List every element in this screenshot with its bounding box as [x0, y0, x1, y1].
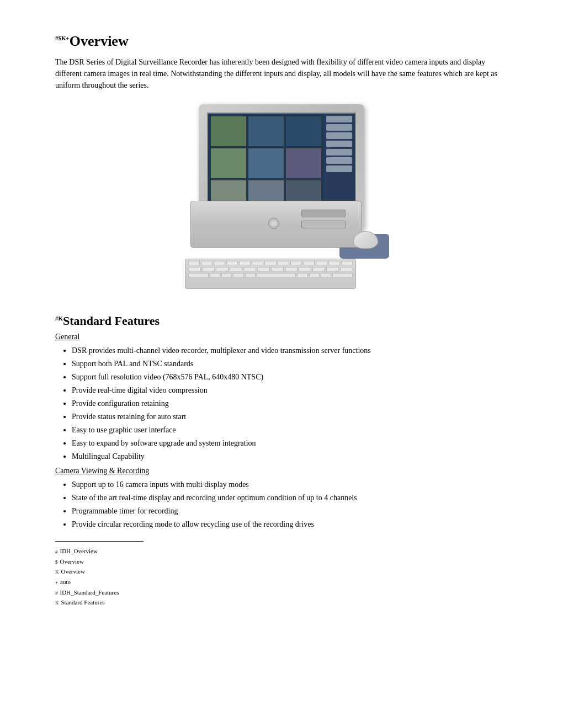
- footnote-text: IDH_Standard_Features: [60, 587, 119, 598]
- footnote-sup: $: [55, 558, 58, 566]
- key: [312, 267, 325, 271]
- tower-pc: [190, 201, 362, 248]
- screen-sidebar: [324, 114, 354, 213]
- list-item: Support full resolution video (768x576 P…: [72, 371, 519, 383]
- key: [245, 273, 256, 277]
- screen-cell: [210, 116, 247, 147]
- standard-features-heading: #KStandard Features: [55, 314, 519, 328]
- footnote-text: Overview: [60, 556, 84, 567]
- screen-cell: [248, 148, 284, 179]
- footnote-text: auto: [60, 577, 71, 587]
- list-item: DSR provides multi-channel video recorde…: [72, 345, 519, 356]
- key: [221, 273, 232, 277]
- key: [340, 267, 353, 271]
- list-item: Easy to expand by software upgrade and s…: [72, 437, 519, 449]
- sidebar-btn: [326, 149, 352, 156]
- keyboard: [185, 259, 356, 289]
- key: [243, 267, 256, 271]
- screen-cell: [285, 148, 322, 179]
- screen-cell: [210, 148, 247, 179]
- footnote-sup: #: [55, 548, 58, 556]
- list-item: Programmable timer for recording: [72, 505, 519, 517]
- tower-drive-1: [301, 210, 346, 217]
- key: [252, 261, 263, 265]
- sidebar-btn: [326, 116, 352, 122]
- footnote-divider: [55, 541, 144, 542]
- computer-image-container: ViewSonic: [55, 104, 519, 292]
- sidebar-btn: [326, 165, 352, 172]
- key: [326, 267, 339, 271]
- keyboard-row-1: [185, 259, 355, 265]
- sidebar-btn: [326, 141, 352, 147]
- key: [188, 267, 201, 271]
- footnote-item: #IDH_Overview: [55, 546, 519, 556]
- footnote-item: #IDH_Standard_Features: [55, 587, 519, 598]
- list-item: Multilingual Capability: [72, 451, 519, 462]
- overview-sup: #$K+: [55, 35, 70, 41]
- list-item: Provide circular recording mode to allow…: [72, 518, 519, 530]
- key: [188, 261, 200, 265]
- camera-bullet-list: Support up to 16 camera inputs with mult…: [55, 479, 519, 530]
- general-bullet-list: DSR provides multi-channel video recorde…: [55, 345, 519, 462]
- footnote-item: KStandard Features: [55, 597, 519, 608]
- overview-heading: #$K+Overview: [55, 33, 519, 50]
- computer-illustration: ViewSonic: [182, 104, 392, 292]
- key: [321, 273, 331, 277]
- sidebar-btn: [326, 124, 352, 131]
- footnote-item: +auto: [55, 577, 519, 587]
- key: [271, 267, 284, 271]
- screen-grid: [208, 114, 324, 213]
- list-item: Easy to use graphic user interface: [72, 424, 519, 436]
- key: [226, 261, 238, 265]
- sidebar-btn: [326, 157, 352, 164]
- overview-title: Overview: [70, 33, 129, 49]
- standard-features-sup: #K: [55, 315, 63, 322]
- footnote-item: $Overview: [55, 556, 519, 567]
- key: [201, 261, 213, 265]
- key: [210, 273, 220, 277]
- key: [299, 267, 311, 271]
- list-item: Support up to 16 camera inputs with mult…: [72, 479, 519, 490]
- list-item: Provide status retaining for auto start: [72, 411, 519, 422]
- screen-cell: [248, 116, 284, 147]
- key: [216, 267, 229, 271]
- intro-paragraph: The DSR Series of Digital Surveillance R…: [55, 56, 508, 91]
- footnote-sup: #: [55, 589, 58, 597]
- keyboard-row-2: [185, 265, 355, 271]
- key: [257, 267, 270, 271]
- key: [188, 273, 209, 277]
- footnote-sup: K: [55, 599, 59, 607]
- key: [297, 273, 307, 277]
- mouse: [353, 231, 378, 249]
- key: [257, 273, 296, 277]
- key: [303, 261, 315, 265]
- list-item: Support both PAL and NTSC standards: [72, 358, 519, 370]
- footnote-sup: +: [55, 579, 58, 587]
- standard-features-title: Standard Features: [63, 314, 160, 328]
- sidebar-btn: [326, 132, 352, 139]
- key: [239, 261, 251, 265]
- footnote-text: Standard Features: [61, 597, 105, 608]
- key: [214, 261, 225, 265]
- key: [202, 267, 215, 271]
- footnote-text: IDH_Overview: [60, 546, 98, 556]
- key: [316, 261, 327, 265]
- tower-drive-2: [301, 221, 346, 228]
- key: [332, 273, 353, 277]
- keyboard-row-3: [185, 271, 355, 277]
- general-subsection-label: General: [55, 333, 519, 341]
- list-item: Provide real-time digital video compress…: [72, 384, 519, 396]
- camera-subsection-label: Camera Viewing & Recording: [55, 467, 519, 475]
- footnote-item: KOverview: [55, 566, 519, 577]
- key: [278, 261, 289, 265]
- key: [230, 267, 242, 271]
- key: [233, 273, 243, 277]
- footnote-text: Overview: [61, 566, 85, 577]
- footnote-sup: K: [55, 568, 59, 576]
- key: [328, 261, 340, 265]
- key: [264, 261, 276, 265]
- key: [341, 261, 353, 265]
- list-item: Provide configuration retaining: [72, 398, 519, 409]
- key: [290, 261, 302, 265]
- screen-cell: [285, 116, 322, 147]
